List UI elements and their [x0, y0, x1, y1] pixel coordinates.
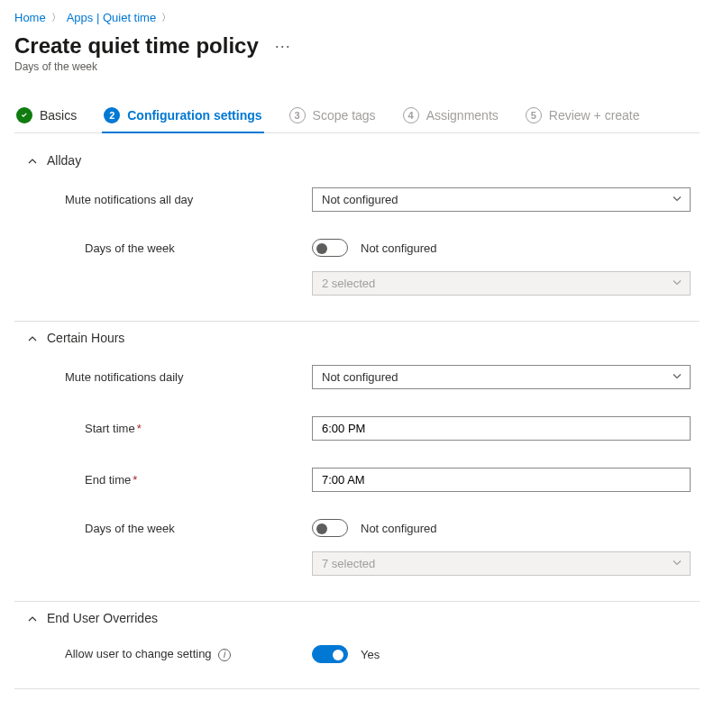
- select-hours-days: 7 selected: [312, 551, 691, 576]
- tab-label: Assignments: [426, 108, 499, 123]
- section-allday: Allday Mute notifications all day Not co…: [14, 144, 700, 322]
- breadcrumb: Home 〉 Apps | Quiet time 〉: [14, 11, 700, 24]
- label-allday-days: Days of the week: [14, 241, 312, 255]
- required-indicator: *: [137, 422, 142, 435]
- select-mute-daily[interactable]: Not configured: [312, 365, 691, 389]
- chevron-right-icon: 〉: [51, 11, 61, 24]
- info-icon[interactable]: i: [218, 649, 231, 661]
- page-title: Create quiet time policy: [14, 33, 259, 59]
- toggle-hours-days[interactable]: [312, 519, 348, 537]
- required-indicator: *: [133, 473, 137, 487]
- select-allday-days: 2 selected: [312, 271, 691, 296]
- chevron-down-icon: [672, 193, 682, 206]
- tab-label: Basics: [40, 108, 77, 123]
- section-title: Allday: [47, 153, 81, 168]
- tab-label: Configuration settings: [127, 108, 261, 123]
- tab-configuration-settings[interactable]: 2 Configuration settings: [102, 100, 263, 132]
- chevron-down-icon: [672, 277, 682, 290]
- toggle-allow-change[interactable]: [312, 645, 348, 663]
- select-mute-all-day[interactable]: Not configured: [312, 187, 691, 212]
- label-hours-days: Days of the week: [14, 522, 312, 535]
- section-end-user-overrides: End User Overrides Allow user to change …: [14, 602, 700, 689]
- step-number-icon: 5: [526, 107, 542, 123]
- select-value: Not configured: [322, 193, 398, 206]
- input-end-time[interactable]: [312, 468, 691, 492]
- section-header-allday[interactable]: Allday: [14, 144, 700, 177]
- tab-basics[interactable]: Basics: [14, 100, 78, 132]
- select-value: 7 selected: [322, 557, 375, 570]
- section-certain-hours: Certain Hours Mute notifications daily N…: [14, 322, 700, 602]
- chevron-down-icon: [672, 370, 682, 384]
- wizard-tabs: Basics 2 Configuration settings 3 Scope …: [14, 100, 700, 133]
- tab-review-create[interactable]: 5 Review + create: [524, 100, 642, 132]
- select-value: Not configured: [322, 370, 398, 384]
- label-end-time: End time*: [14, 473, 312, 487]
- toggle-label: Not configured: [361, 522, 437, 535]
- label-allow-change: Allow user to change setting i: [14, 647, 312, 661]
- tab-label: Review + create: [549, 108, 640, 123]
- toggle-knob: [316, 523, 327, 534]
- step-number-icon: 2: [104, 107, 120, 123]
- tab-scope-tags[interactable]: 3 Scope tags: [288, 100, 378, 132]
- page-subtitle: Days of the week: [14, 60, 700, 73]
- toggle-label: Yes: [361, 648, 380, 661]
- checkmark-icon: [16, 107, 32, 123]
- breadcrumb-apps-quiet-time[interactable]: Apps | Quiet time: [67, 11, 156, 24]
- toggle-knob: [333, 650, 343, 660]
- chevron-up-icon: [27, 155, 38, 166]
- section-title: Certain Hours: [47, 331, 124, 345]
- step-number-icon: 4: [403, 107, 419, 123]
- toggle-knob: [316, 243, 327, 254]
- chevron-up-icon: [27, 613, 38, 623]
- toggle-label: Not configured: [361, 241, 437, 255]
- toggle-allday-days[interactable]: [312, 239, 348, 257]
- step-number-icon: 3: [289, 107, 306, 123]
- more-actions-button[interactable]: ···: [275, 37, 291, 56]
- section-header-certain-hours[interactable]: Certain Hours: [14, 322, 700, 354]
- breadcrumb-home[interactable]: Home: [14, 11, 46, 24]
- chevron-down-icon: [672, 557, 682, 570]
- chevron-up-icon: [27, 332, 38, 343]
- select-value: 2 selected: [322, 277, 375, 290]
- label-start-time: Start time*: [14, 422, 312, 435]
- chevron-right-icon: 〉: [161, 11, 171, 24]
- input-start-time[interactable]: [312, 416, 691, 441]
- tab-assignments[interactable]: 4 Assignments: [401, 100, 500, 132]
- section-header-overrides[interactable]: End User Overrides: [14, 602, 700, 634]
- label-mute-daily: Mute notifications daily: [14, 370, 312, 384]
- tab-label: Scope tags: [313, 108, 376, 123]
- label-mute-all-day: Mute notifications all day: [14, 193, 312, 206]
- section-title: End User Overrides: [47, 611, 158, 625]
